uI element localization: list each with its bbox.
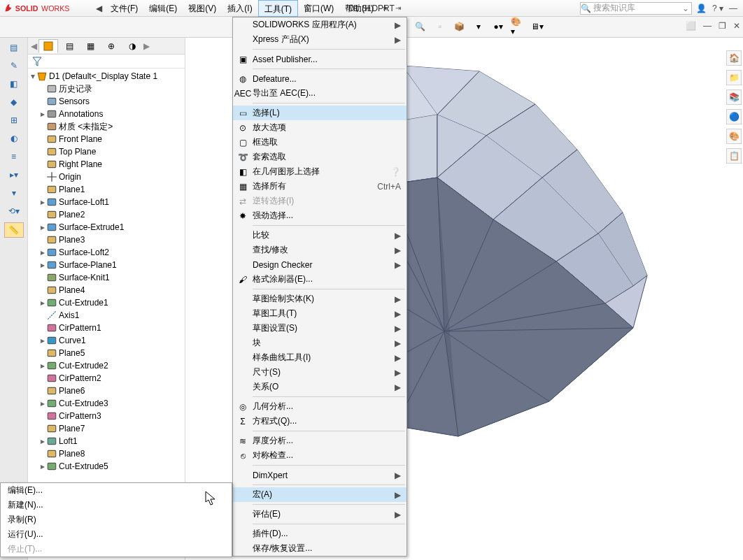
tree-item[interactable]: Front Plane xyxy=(29,133,185,145)
menu-item[interactable]: ▭选择(L) xyxy=(233,106,406,120)
property-tab[interactable]: ▤ xyxy=(59,39,79,53)
dimxpert-tab-icon[interactable]: ⊞ xyxy=(6,113,22,127)
menu-item[interactable]: ▦选择所有Ctrl+A xyxy=(233,179,406,194)
menu-item[interactable]: 样条曲线工具(I)▶ xyxy=(233,350,406,365)
menu-item[interactable]: 插件(D)... xyxy=(233,526,406,541)
tree-item[interactable]: CirPattern2 xyxy=(29,372,185,385)
tree-item[interactable]: ▸Cut-Extrude1 xyxy=(29,296,185,309)
menu-nav-prev[interactable]: ◀ xyxy=(92,1,105,16)
screen-icon[interactable]: 🖥▾ xyxy=(530,20,544,34)
taskpane-library-icon[interactable]: 📚 xyxy=(726,89,742,105)
menu-item[interactable]: 🖌格式涂刷器(E)... xyxy=(233,272,406,287)
tree-item[interactable]: ▸Surface-Plane1 xyxy=(29,259,185,271)
submenu-item[interactable]: 运行(U)... xyxy=(1,527,232,542)
tree-item[interactable]: Plane3 xyxy=(29,234,185,246)
menu-item[interactable]: ✸强劲选择... xyxy=(233,208,406,223)
menu-item[interactable]: 保存/恢复设置... xyxy=(233,541,406,556)
menu-item[interactable]: 草图绘制实体(K)▶ xyxy=(233,292,406,306)
menu-pin[interactable]: ⇥ xyxy=(392,1,404,16)
menu-item[interactable]: 查找/修改▶ xyxy=(233,243,406,257)
tree-item[interactable]: ▸Cut-Extrude2 xyxy=(29,359,185,372)
menu-item[interactable]: SOLIDWORKS 应用程序(A)▶ xyxy=(233,17,406,32)
submenu-item[interactable]: 录制(R) xyxy=(1,512,232,527)
render-icon[interactable]: 🎨▾ xyxy=(511,20,525,34)
window-restore-icon[interactable]: ❐ xyxy=(719,21,726,31)
tree-item[interactable]: ▸Curve1 xyxy=(29,334,185,347)
menu-item[interactable]: 草图工具(T)▶ xyxy=(233,306,406,321)
taskpane-view-icon[interactable]: 🔵 xyxy=(726,109,742,124)
menu-item[interactable]: Σ方程式(Q)... xyxy=(233,414,406,429)
tree-item[interactable]: CirPattern3 xyxy=(29,410,185,422)
sketch-tab-icon[interactable]: ✎ xyxy=(6,59,22,73)
user-icon[interactable]: 👤 xyxy=(696,3,707,13)
tree-item[interactable]: ▸Surface-Loft2 xyxy=(29,246,185,259)
menu-item[interactable]: AEC导出至 AEC(E)... xyxy=(233,86,406,101)
config-tab[interactable]: ▦ xyxy=(80,39,100,53)
minimize-host-icon[interactable]: — xyxy=(729,3,737,13)
tree-item[interactable]: Top Plane xyxy=(29,145,185,158)
menu-item[interactable]: ➰套索选取 xyxy=(233,150,406,164)
menu-帮助[interactable]: 帮助(H) xyxy=(339,0,379,17)
tab-nav-next[interactable]: ▶ xyxy=(143,41,150,51)
menu-item[interactable]: ⎋对称检查... xyxy=(233,448,406,463)
menu-item[interactable]: 关系(O▶ xyxy=(233,380,406,394)
tree-item[interactable]: Plane7 xyxy=(29,422,185,435)
menu-工具[interactable]: 工具(T) xyxy=(258,0,298,17)
menu-窗口[interactable]: 窗口(W) xyxy=(298,0,339,17)
menu-item[interactable]: ◎几何分析... xyxy=(233,399,406,414)
tree-item[interactable]: ▸Annotations xyxy=(29,108,185,120)
surfaces-tab-icon[interactable]: ◧ xyxy=(6,77,22,91)
tab-nav-prev[interactable]: ◀ xyxy=(31,41,37,51)
more1-icon[interactable]: ▸▾ xyxy=(6,168,22,182)
render-tab-icon[interactable]: ◐ xyxy=(6,131,22,145)
search-dropdown-icon[interactable]: ⌄ xyxy=(680,3,691,13)
menu-item[interactable]: Xpress 产品(X)▶ xyxy=(233,32,406,47)
menu-文件[interactable]: 文件(F) xyxy=(105,0,143,17)
menu-item[interactable]: ≋厚度分析... xyxy=(233,433,406,448)
display-tab[interactable]: ◑ xyxy=(122,39,142,53)
tree-item[interactable]: ▸Surface-Extrude1 xyxy=(29,221,185,234)
tree-item[interactable]: Plane1 xyxy=(29,183,185,196)
tree-root[interactable]: ▾D1 (Default<_Display State 1 xyxy=(29,70,185,82)
tree-item[interactable]: Right Plane xyxy=(29,158,185,171)
taskpane-appearance-icon[interactable]: 🎨 xyxy=(726,129,742,144)
view-orientation-icon[interactable]: 🔍 xyxy=(413,20,427,34)
expand-panel-icon[interactable]: ⬜ xyxy=(686,21,696,31)
menu-item[interactable]: 尺寸(S)▶ xyxy=(233,365,406,380)
db-tab-icon[interactable]: ≡ xyxy=(6,150,22,164)
menu-item[interactable]: 宏(A)▶ xyxy=(233,487,406,502)
tree-item[interactable]: ▸Surface-Loft1 xyxy=(29,196,185,208)
tree-item[interactable]: Origin xyxy=(29,171,185,183)
section-view-icon[interactable]: 📦 xyxy=(452,20,466,34)
menu-编辑[interactable]: 编辑(E) xyxy=(143,0,183,17)
tree-item[interactable]: Axis1 xyxy=(29,309,185,322)
menu-item[interactable]: 块▶ xyxy=(233,336,406,350)
menu-item[interactable]: ⊙放大选项 xyxy=(233,120,406,135)
menu-nav-next[interactable]: ★ xyxy=(379,1,392,16)
more2-icon[interactable]: ▾ xyxy=(6,186,22,200)
menu-插入[interactable]: 插入(I) xyxy=(222,0,257,17)
tree-item[interactable]: ▸Cut-Extrude5 xyxy=(29,460,185,473)
submenu-item[interactable]: 新建(N)... xyxy=(1,498,232,512)
tree-item[interactable]: 历史记录 xyxy=(29,82,185,95)
tree-item[interactable]: Plane8 xyxy=(29,447,185,460)
help-icon[interactable]: ? ▾ xyxy=(712,3,723,13)
feature-tree-tab[interactable] xyxy=(38,39,58,53)
tree-item[interactable]: CirPattern1 xyxy=(29,322,185,334)
dimxpert-tab[interactable]: ⊕ xyxy=(101,39,121,53)
menu-item[interactable]: 草图设置(S)▶ xyxy=(233,321,406,336)
display-style-icon[interactable]: ▫️ xyxy=(432,20,446,34)
menu-item[interactable]: 比较▶ xyxy=(233,228,406,243)
tree-item[interactable]: ▸Loft1 xyxy=(29,435,185,447)
more3-icon[interactable]: ⟲▾ xyxy=(6,204,22,218)
features-tab-icon[interactable]: ▤ xyxy=(6,41,22,55)
scene-icon[interactable]: ▾ xyxy=(472,20,486,34)
tree-root-label[interactable]: D1 (Default<_Display State 1 xyxy=(49,71,157,81)
window-close-icon[interactable]: ✕ xyxy=(733,21,740,31)
tree-item[interactable]: Plane6 xyxy=(29,385,185,397)
menu-item[interactable]: ▣Asset Publisher... xyxy=(233,52,406,66)
tree-item[interactable]: Sensors xyxy=(29,95,185,108)
tree-item[interactable]: Plane4 xyxy=(29,284,185,296)
tree-item[interactable]: Plane5 xyxy=(29,347,185,359)
tree-item[interactable]: Surface-Knit1 xyxy=(29,271,185,284)
